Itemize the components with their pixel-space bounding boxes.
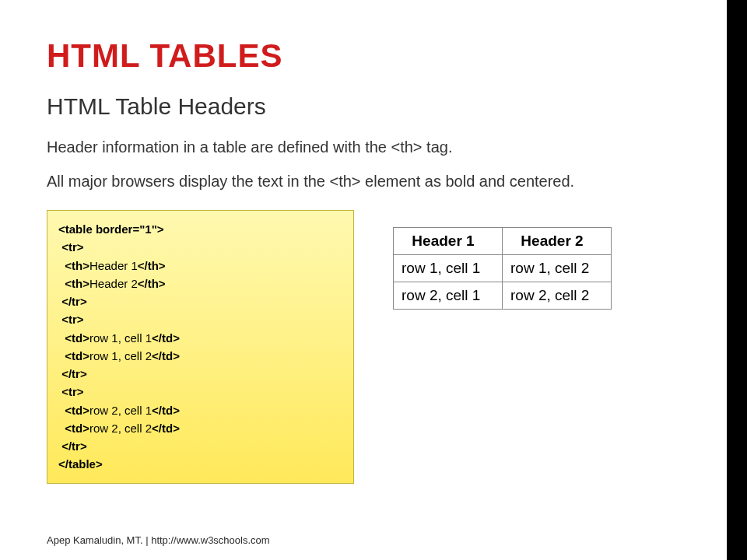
- code-text: row 2, cell 2: [89, 422, 152, 435]
- code-line: </td>: [152, 404, 180, 417]
- code-text: row 2, cell 1: [89, 404, 152, 417]
- paragraph-1: Header information in a table are define…: [47, 135, 700, 159]
- code-example: <table border="1"> <tr> <th>Header 1</th…: [47, 210, 354, 484]
- demo-table: Header 1 Header 2 row 1, cell 1 row 1, c…: [393, 227, 612, 310]
- code-line: <tr>: [58, 313, 84, 326]
- code-line: </tr>: [58, 367, 87, 380]
- table-row: row 2, cell 1 row 2, cell 2: [394, 282, 612, 310]
- slide-subtitle: HTML Table Headers: [47, 93, 700, 120]
- paragraph-2: All major browsers display the text in t…: [47, 170, 700, 193]
- code-line: <th>: [58, 259, 89, 272]
- code-line: </th>: [138, 259, 166, 272]
- code-line: <tr>: [58, 240, 84, 254]
- code-text: row 1, cell 2: [89, 349, 152, 362]
- table-cell: row 1, cell 2: [503, 255, 612, 282]
- code-line: <th>: [58, 277, 89, 290]
- table-cell: row 1, cell 1: [394, 255, 503, 282]
- code-line: </th>: [138, 277, 166, 290]
- slide-footer: Apep Kamaludin, MT. | http://www.w3schoo…: [47, 534, 270, 546]
- code-line: </tr>: [58, 295, 87, 308]
- table-row: row 1, cell 1 row 1, cell 2: [394, 255, 612, 282]
- right-accent-bar: [727, 0, 747, 560]
- code-line: <table border="1">: [58, 222, 164, 236]
- content-row: <table border="1"> <tr> <th>Header 1</th…: [47, 210, 700, 484]
- table-cell: row 2, cell 1: [394, 282, 503, 310]
- code-line: </table>: [58, 457, 103, 471]
- slide-title: HTML TABLES: [47, 37, 700, 75]
- table-header-1: Header 1: [394, 228, 503, 255]
- code-line: </tr>: [58, 439, 87, 453]
- code-text: Header 2: [89, 277, 138, 290]
- slide-content: HTML TABLES HTML Table Headers Header in…: [0, 0, 747, 498]
- code-line: </td>: [152, 422, 180, 435]
- table-header-2: Header 2: [503, 228, 612, 255]
- code-text: row 1, cell 1: [89, 331, 152, 345]
- code-line: <td>: [58, 331, 89, 345]
- code-line: </td>: [152, 349, 180, 362]
- table-cell: row 2, cell 2: [503, 282, 612, 310]
- code-line: </td>: [152, 331, 180, 345]
- code-line: <tr>: [58, 385, 84, 398]
- code-line: <td>: [58, 349, 89, 362]
- code-line: <td>: [58, 422, 89, 435]
- code-text: Header 1: [89, 259, 138, 272]
- table-row: Header 1 Header 2: [394, 228, 612, 255]
- code-line: <td>: [58, 404, 89, 417]
